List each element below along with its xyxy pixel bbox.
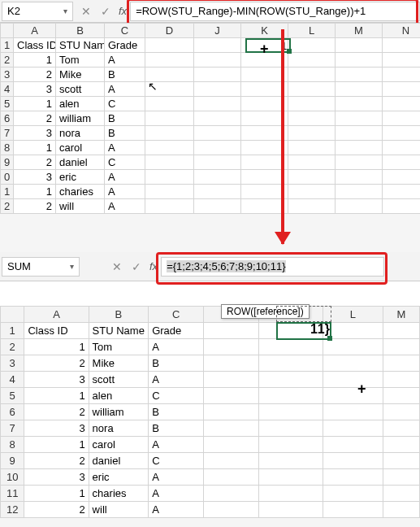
name-box[interactable]: K2 ▾ <box>2 2 73 21</box>
cell[interactable]: Mike <box>89 355 149 372</box>
select-all-corner[interactable] <box>1 307 24 323</box>
table-row[interactable]: 51alenC <box>1 97 421 111</box>
cell[interactable]: 2 <box>24 355 89 372</box>
cell[interactable]: STU Name <box>89 323 149 339</box>
table-row[interactable]: 32MikeB <box>1 68 421 82</box>
cell[interactable]: 1 <box>24 339 89 355</box>
cell[interactable]: B <box>105 111 145 126</box>
cell[interactable]: carol <box>89 437 149 453</box>
row-header[interactable]: 12 <box>1 502 24 518</box>
table-row[interactable]: 22willA <box>1 199 421 214</box>
row-header[interactable]: 0 <box>1 170 14 185</box>
cell[interactable]: 3 <box>24 372 89 388</box>
grid-bottom[interactable]: A B C D K L M 1 Class ID STU Name Grade … <box>0 306 420 518</box>
col-header[interactable]: J <box>194 24 241 38</box>
cell[interactable]: 1 <box>24 486 89 502</box>
cell[interactable]: Grade <box>105 38 145 53</box>
cell[interactable]: daniel <box>56 155 105 170</box>
cell[interactable]: A <box>105 170 145 185</box>
chevron-down-icon[interactable]: ▾ <box>63 7 67 15</box>
row-header[interactable]: 9 <box>1 155 14 170</box>
table-row[interactable]: 51alenC <box>1 388 420 404</box>
grid-top[interactable]: A B C D J K L M N 1 Class ID STU Name Gr… <box>0 23 420 214</box>
table-row[interactable]: 92danielC <box>1 453 420 469</box>
row-header[interactable]: 6 <box>1 404 24 420</box>
table-row[interactable]: 1 Class ID STU Name Grade <box>1 323 420 339</box>
col-header[interactable]: L <box>288 24 336 38</box>
table-row[interactable]: 21TomA <box>1 53 421 68</box>
cell[interactable]: Tom <box>56 53 105 68</box>
cell[interactable]: 1 <box>14 141 56 155</box>
row-header[interactable]: 8 <box>1 141 14 155</box>
cell[interactable]: daniel <box>89 453 149 469</box>
cell[interactable]: A <box>105 53 145 68</box>
cell[interactable]: B <box>149 404 204 420</box>
table-row[interactable]: 62williamB <box>1 111 421 126</box>
cell[interactable]: eric <box>89 469 149 486</box>
cell[interactable]: william <box>89 404 149 420</box>
cell[interactable]: will <box>56 199 105 214</box>
col-header[interactable]: N <box>383 24 421 38</box>
row-header[interactable]: 1 <box>1 38 14 53</box>
cell[interactable]: william <box>56 111 105 126</box>
cell[interactable]: A <box>149 486 204 502</box>
cell[interactable]: C <box>149 388 204 404</box>
cell[interactable]: STU Name <box>56 38 105 53</box>
cell[interactable]: 2 <box>14 111 56 126</box>
cell[interactable]: A <box>149 372 204 388</box>
col-header[interactable]: L <box>323 307 383 323</box>
cell[interactable]: Class ID <box>24 323 89 339</box>
cell[interactable]: 1 <box>14 97 56 111</box>
table-row[interactable]: 43scottA <box>1 82 421 97</box>
row-header[interactable]: 11 <box>1 486 24 502</box>
cell[interactable]: A <box>105 185 145 199</box>
cell[interactable]: 3 <box>14 82 56 97</box>
table-row[interactable]: 62williamB <box>1 404 420 420</box>
cell[interactable]: 1 <box>14 185 56 199</box>
col-header[interactable]: B <box>56 24 105 38</box>
row-header[interactable]: 7 <box>1 420 24 437</box>
name-box[interactable]: SUM ▾ <box>2 257 80 277</box>
cell[interactable]: will <box>89 502 149 518</box>
enter-icon[interactable]: ✓ <box>127 260 146 273</box>
cell[interactable]: alen <box>89 388 149 404</box>
cell[interactable]: 3 <box>14 126 56 141</box>
row-header[interactable]: 5 <box>1 97 14 111</box>
cell[interactable]: Grade <box>149 323 204 339</box>
cell[interactable]: eric <box>56 170 105 185</box>
cell[interactable]: A <box>149 469 204 486</box>
table-row[interactable]: 122willA <box>1 502 420 518</box>
table-row[interactable]: 43scottA <box>1 372 420 388</box>
row-header[interactable]: 4 <box>1 82 14 97</box>
col-header[interactable]: M <box>383 307 419 323</box>
cell[interactable]: charies <box>56 185 105 199</box>
table-row[interactable]: 73noraB <box>1 420 420 437</box>
cell[interactable]: 3 <box>14 170 56 185</box>
row-header[interactable]: 3 <box>1 68 14 82</box>
table-row[interactable]: 73noraB <box>1 126 421 141</box>
cell[interactable]: C <box>105 155 145 170</box>
cell[interactable]: nora <box>89 420 149 437</box>
row-header[interactable]: 2 <box>1 199 14 214</box>
row-header[interactable]: 5 <box>1 388 24 404</box>
row-header[interactable]: 6 <box>1 111 14 126</box>
cell[interactable]: A <box>149 437 204 453</box>
cell[interactable]: A <box>105 141 145 155</box>
cell[interactable]: 1 <box>24 437 89 453</box>
table-row[interactable]: 81carolA <box>1 437 420 453</box>
cell[interactable]: carol <box>56 141 105 155</box>
row-header[interactable]: 2 <box>1 53 14 68</box>
row-header[interactable]: 1 <box>1 323 24 339</box>
row-header[interactable]: 4 <box>1 372 24 388</box>
table-row[interactable]: 03ericA <box>1 170 421 185</box>
col-header[interactable]: C <box>105 24 145 38</box>
col-header[interactable]: A <box>14 24 56 38</box>
cell[interactable]: A <box>105 82 145 97</box>
cell[interactable]: B <box>105 126 145 141</box>
table-row[interactable]: 32MikeB <box>1 355 420 372</box>
col-header[interactable]: C <box>149 307 204 323</box>
cell[interactable]: Mike <box>56 68 105 82</box>
cell[interactable]: 2 <box>14 155 56 170</box>
cell[interactable]: C <box>105 97 145 111</box>
cell[interactable]: 2 <box>24 404 89 420</box>
